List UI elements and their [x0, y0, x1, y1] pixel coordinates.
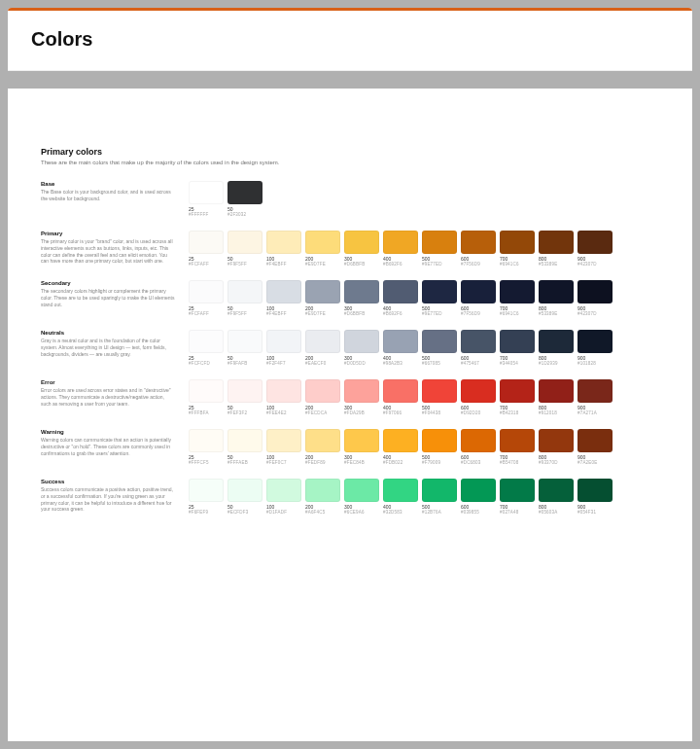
swatch-hex: #6CE9A6 — [344, 510, 379, 515]
color-swatch[interactable]: 300#FDA29B — [344, 379, 379, 415]
color-swatch[interactable]: 200#E9D7FE — [305, 280, 340, 316]
color-swatch[interactable]: 700#6941C6 — [500, 280, 535, 316]
color-swatch[interactable]: 25#FCFAFF — [189, 231, 224, 267]
swatch-hex: #FEE4E2 — [266, 410, 301, 415]
color-swatch[interactable]: 200#A6F4C5 — [305, 479, 340, 515]
color-swatch[interactable]: 300#D6BBFB — [344, 280, 379, 316]
color-swatch[interactable]: 100#F4EBFF — [266, 280, 301, 316]
color-swatch[interactable]: 200#EAECF0 — [305, 330, 340, 366]
color-swatch[interactable]: 50#F9F5FF — [228, 231, 262, 267]
color-chip — [539, 231, 574, 254]
color-swatch[interactable]: 900#42307D — [578, 280, 612, 316]
color-swatch[interactable]: 400#FDB022 — [383, 429, 418, 465]
color-swatch[interactable]: 800#912018 — [539, 379, 574, 415]
color-chip — [422, 379, 457, 403]
color-swatch[interactable]: 200#FECDCA — [305, 379, 340, 415]
color-swatch[interactable]: 800#93370D — [539, 429, 574, 465]
color-swatch[interactable]: 600#DC6803 — [461, 429, 496, 465]
swatch-hex: #D1FADF — [266, 510, 301, 515]
color-swatch[interactable]: 900#101828 — [578, 330, 612, 366]
color-swatch[interactable]: 700#6941C6 — [500, 231, 535, 267]
color-swatch[interactable]: 800#53389E — [539, 231, 574, 267]
color-swatch[interactable]: 25#F6FEF9 — [189, 479, 224, 515]
color-swatch[interactable]: 50#2F3032 — [228, 181, 262, 217]
color-swatch[interactable]: 25#FCFAFF — [189, 280, 224, 316]
color-swatch[interactable]: 600#7F56D9 — [461, 280, 496, 316]
color-swatch[interactable]: 900#42307D — [578, 231, 612, 267]
page-header: Colors — [8, 11, 692, 71]
color-swatch[interactable]: 900#7A2E0E — [578, 429, 612, 465]
color-swatch[interactable]: 800#05603A — [539, 479, 574, 515]
color-swatch[interactable]: 600#7F56D9 — [461, 231, 496, 267]
color-swatch[interactable]: 100#FEE4E2 — [266, 379, 301, 415]
swatch-hex: #B692F6 — [383, 262, 418, 267]
color-swatch[interactable]: 100#D1FADF — [266, 479, 301, 515]
swatch-hex: #344054 — [500, 361, 535, 366]
color-swatch[interactable]: 900#054F31 — [578, 479, 612, 515]
swatch-hex: #F2F4F7 — [266, 361, 301, 366]
color-swatch[interactable]: 500#9E77ED — [422, 231, 457, 267]
color-swatch[interactable]: 50#ECFDF3 — [228, 479, 262, 515]
swatch-hex: #2F3032 — [228, 212, 262, 217]
color-swatch[interactable]: 900#7A271A — [578, 379, 612, 415]
color-swatch[interactable]: 400#32D583 — [383, 479, 418, 515]
color-swatch[interactable]: 50#FEF3F2 — [228, 379, 262, 415]
color-swatch[interactable]: 700#B42318 — [500, 379, 535, 415]
color-chip — [422, 231, 457, 254]
color-swatch[interactable]: 300#D0D5DD — [344, 330, 379, 366]
swatch-hex: #F9F5FF — [228, 311, 262, 316]
palette-label: SecondaryThe secondary colors highlight … — [41, 280, 175, 307]
color-chip — [266, 379, 301, 403]
palette-name: Warning — [41, 429, 175, 435]
color-swatch[interactable]: 700#344054 — [500, 330, 535, 366]
color-swatch[interactable]: 50#F9F5FF — [228, 280, 262, 316]
color-swatch[interactable]: 100#F2F4F7 — [266, 330, 301, 366]
color-swatch[interactable]: 100#FEF0C7 — [266, 429, 301, 465]
color-chip — [383, 280, 418, 303]
color-swatch[interactable]: 800#53389E — [539, 280, 574, 316]
color-swatch[interactable]: 400#B692F6 — [383, 280, 418, 316]
palette-row: SuccessSuccess colors communicate a posi… — [41, 479, 659, 515]
color-swatch[interactable]: 100#F4EBFF — [266, 231, 301, 267]
color-swatch[interactable]: 400#B692F6 — [383, 231, 418, 267]
color-swatch[interactable]: 500#667085 — [422, 330, 457, 366]
color-chip — [383, 479, 418, 502]
swatch-hex: #FFFBFA — [189, 410, 224, 415]
color-chip — [189, 330, 224, 353]
swatch-hex: #F9F5FF — [228, 262, 262, 267]
color-swatch[interactable]: 50#FFFAEB — [228, 429, 262, 465]
color-swatch[interactable]: 500#12B76A — [422, 479, 457, 515]
color-chip — [500, 379, 535, 403]
swatch-hex: #F6FEF9 — [189, 510, 224, 515]
color-swatch[interactable]: 25#FFFCF5 — [189, 429, 224, 465]
color-swatch[interactable]: 500#F79009 — [422, 429, 457, 465]
color-swatch[interactable]: 600#475467 — [461, 330, 496, 366]
color-swatch[interactable]: 800#1D2939 — [539, 330, 574, 366]
color-swatch[interactable]: 300#D6BBFB — [344, 231, 379, 267]
color-swatch[interactable]: 25#FCFCFD — [189, 330, 224, 366]
color-swatch[interactable]: 200#E9D7FE — [305, 231, 340, 267]
color-swatch[interactable]: 300#FEC84B — [344, 429, 379, 465]
swatch-hex: #F4EBFF — [266, 311, 301, 316]
color-swatch[interactable]: 25#FFFFFF — [189, 181, 224, 217]
color-swatch[interactable]: 200#FEDF89 — [305, 429, 340, 465]
color-swatch[interactable]: 700#B54708 — [500, 429, 535, 465]
swatch-hex: #FEDF89 — [305, 460, 340, 465]
swatch-hex: #7F56D9 — [461, 311, 496, 316]
palette-name: Secondary — [41, 280, 175, 286]
color-swatch[interactable]: 500#F04438 — [422, 379, 457, 415]
color-swatch[interactable]: 300#6CE9A6 — [344, 479, 379, 515]
color-swatch[interactable]: 600#D92D20 — [461, 379, 496, 415]
color-swatch[interactable]: 700#027A48 — [500, 479, 535, 515]
color-swatch[interactable]: 50#F9FAFB — [228, 330, 262, 366]
color-swatch[interactable]: 400#F97066 — [383, 379, 418, 415]
color-swatch[interactable]: 25#FFFBFA — [189, 379, 224, 415]
color-chip — [383, 379, 418, 403]
color-swatch[interactable]: 600#039855 — [461, 479, 496, 515]
color-chip — [422, 330, 457, 353]
color-swatch[interactable]: 500#9E77ED — [422, 280, 457, 316]
color-chip — [305, 280, 340, 303]
swatch-hex: #05603A — [539, 510, 574, 515]
color-swatch[interactable]: 400#98A2B3 — [383, 330, 418, 366]
swatch-hex: #98A2B3 — [383, 361, 418, 366]
